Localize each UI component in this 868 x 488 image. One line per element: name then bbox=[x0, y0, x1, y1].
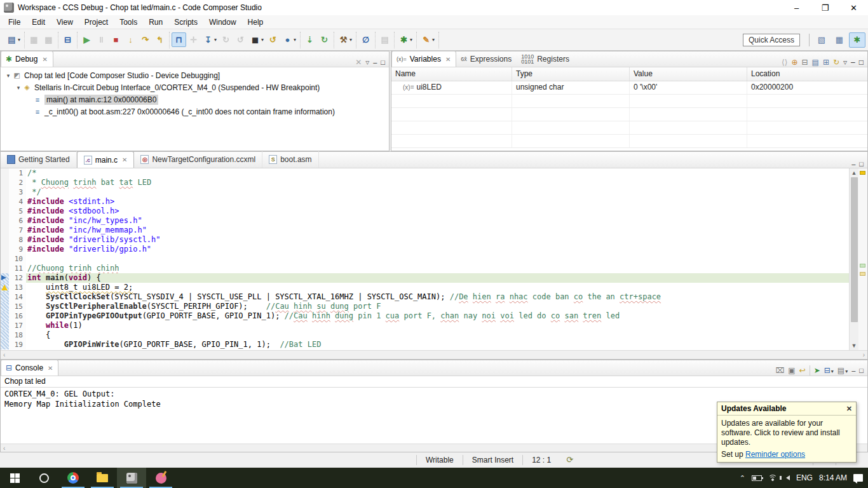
add-global-variables-icon[interactable]: ⊕ bbox=[791, 58, 797, 67]
source-lookup-button[interactable]: ✛ bbox=[186, 32, 201, 47]
close-icon[interactable]: ✕ bbox=[445, 56, 451, 63]
minimize-view-icon[interactable]: ‒ bbox=[851, 160, 855, 168]
dropdown-arrow-icon[interactable]: ▾ bbox=[214, 37, 217, 43]
new-button[interactable]: ▤▾ bbox=[4, 32, 22, 47]
suspend-button[interactable]: ‖ bbox=[94, 32, 109, 47]
tab-debug[interactable]: ✱ Debug ✕ bbox=[1, 51, 53, 67]
debug-tree-item[interactable]: ≡_c_int00() at boot.asm:227 0x00000646 (… bbox=[1, 105, 389, 118]
occurrence-overview-mark[interactable] bbox=[860, 264, 865, 268]
menu-edit[interactable]: Edit bbox=[26, 17, 51, 28]
close-window-button[interactable]: ✕ bbox=[839, 0, 868, 15]
menu-tools[interactable]: Tools bbox=[114, 17, 143, 28]
tab-console[interactable]: ⊟ Console ✕ bbox=[1, 360, 58, 376]
pin-console-icon[interactable]: ➤ bbox=[814, 366, 820, 375]
flash-button[interactable]: ◼▾ bbox=[248, 32, 266, 47]
search-button[interactable]: ∅ bbox=[358, 32, 373, 47]
menu-run[interactable]: Run bbox=[143, 17, 168, 28]
dropdown-arrow-icon[interactable]: ▾ bbox=[294, 37, 296, 43]
launch-button[interactable]: ✎▾ bbox=[419, 32, 437, 47]
scroll-right-icon[interactable]: › bbox=[863, 351, 865, 358]
status-update-cell[interactable]: ⟳ bbox=[560, 455, 580, 465]
pin-view-icon[interactable]: ⊞ bbox=[823, 58, 829, 67]
menu-window[interactable]: Window bbox=[203, 17, 242, 28]
step-into-button[interactable]: ↓ bbox=[123, 32, 138, 47]
action-center-icon[interactable] bbox=[853, 474, 863, 482]
asm-step-into-button[interactable]: ⇣ bbox=[302, 32, 317, 47]
scrollbar-thumb[interactable] bbox=[851, 177, 858, 322]
dropdown-arrow-icon[interactable]: ▾ bbox=[349, 37, 352, 43]
dropdown-arrow-icon[interactable]: ▾ bbox=[432, 37, 435, 43]
view-menu-icon[interactable]: ▿ bbox=[843, 58, 847, 67]
scroll-left-icon[interactable]: ‹ bbox=[3, 351, 5, 358]
volume-icon[interactable] bbox=[786, 475, 790, 480]
step-return-button[interactable]: ↰ bbox=[153, 32, 167, 47]
close-icon[interactable]: ✕ bbox=[48, 365, 53, 372]
close-icon[interactable]: ✕ bbox=[846, 405, 852, 413]
minimize-view-icon[interactable]: ‒ bbox=[851, 58, 855, 67]
scroll-up-icon[interactable]: ▲ bbox=[851, 168, 857, 177]
editor-horizontal-scrollbar[interactable]: ‹ › bbox=[1, 350, 867, 359]
tab-variables[interactable]: (x)=Variables✕ bbox=[391, 51, 456, 67]
minimize-window-button[interactable]: – bbox=[782, 0, 811, 15]
battery-icon[interactable] bbox=[752, 475, 762, 481]
column-header-name[interactable]: Name bbox=[391, 67, 512, 81]
scroll-left-icon[interactable]: ‹ bbox=[3, 445, 5, 452]
open-console-icon[interactable]: ▤▾ bbox=[837, 366, 848, 375]
collapse-all-icon[interactable]: ⊟ bbox=[802, 58, 808, 67]
dropdown-arrow-icon[interactable]: ▾ bbox=[261, 37, 264, 43]
close-icon[interactable]: ✕ bbox=[42, 56, 47, 63]
taskbar-ccs-button[interactable] bbox=[117, 468, 146, 488]
minimize-view-icon[interactable]: ‒ bbox=[851, 367, 855, 374]
menu-file[interactable]: File bbox=[3, 17, 26, 28]
step-over-button[interactable]: ↷ bbox=[138, 32, 153, 47]
show-type-names-icon[interactable]: ⟨⟩ bbox=[782, 58, 787, 67]
new-view-icon[interactable]: ▤ bbox=[812, 58, 819, 67]
debug-button[interactable]: ✱▾ bbox=[397, 32, 414, 47]
clear-console-icon[interactable]: ⌧ bbox=[775, 366, 784, 375]
clock[interactable]: 8:14 AM bbox=[819, 473, 847, 482]
remove-all-terminated-icon[interactable]: ✕ bbox=[355, 58, 362, 67]
open-perspective-button[interactable]: ▧ bbox=[813, 32, 830, 48]
view-menu-icon[interactable]: ▿ bbox=[365, 58, 369, 67]
tab-expressions[interactable]: 6x̂Expressions bbox=[456, 51, 517, 67]
cortana-button[interactable] bbox=[29, 468, 58, 488]
tray-expand-icon[interactable]: ⌃ bbox=[740, 474, 745, 482]
debug-tree-item[interactable]: ≡main() at main.c:12 0x000006B0 bbox=[1, 93, 389, 105]
minimize-view-icon[interactable]: ‒ bbox=[373, 58, 377, 66]
build-button[interactable]: ⚒▾ bbox=[336, 32, 354, 47]
save-all-button[interactable]: ▩ bbox=[41, 32, 56, 47]
maximize-view-icon[interactable]: □ bbox=[859, 367, 864, 374]
maximize-view-icon[interactable]: □ bbox=[859, 160, 864, 168]
tab-getting-started[interactable]: Getting Started bbox=[1, 151, 77, 168]
expander-icon[interactable]: ▾ bbox=[4, 72, 12, 79]
menu-view[interactable]: View bbox=[51, 17, 79, 28]
tab-registers[interactable]: 1010 0101Registers bbox=[517, 51, 574, 67]
column-header-type[interactable]: Type bbox=[512, 67, 630, 81]
menu-scripts[interactable]: Scripts bbox=[168, 17, 203, 28]
load-program-button[interactable]: ↧▾ bbox=[201, 32, 219, 47]
connect-target-button[interactable]: ⊓ bbox=[172, 32, 186, 47]
scroll-down-icon[interactable]: ▼ bbox=[851, 341, 857, 350]
warning-overview-mark[interactable] bbox=[860, 171, 865, 175]
column-header-value[interactable]: Value bbox=[630, 67, 747, 81]
warning-overview-mark[interactable] bbox=[860, 272, 865, 276]
maximize-view-icon[interactable]: □ bbox=[381, 58, 385, 66]
language-indicator[interactable]: ENG bbox=[796, 473, 813, 482]
start-button[interactable] bbox=[0, 468, 29, 488]
asm-step-over-button[interactable]: ↻ bbox=[317, 32, 332, 47]
tab-main-c[interactable]: .cmain.c✕ bbox=[77, 151, 135, 168]
taskbar-paint-button[interactable] bbox=[146, 468, 175, 488]
tab-newtargetconfiguration-ccxml[interactable]: ◎NewTargetConfiguration.ccxml bbox=[134, 151, 262, 168]
ccs-edit-perspective-button[interactable]: ▦ bbox=[831, 32, 848, 48]
code-editor[interactable]: 1/*2 * Chuong trinh bat tat LED3 */4#inc… bbox=[1, 168, 849, 350]
save-button[interactable]: ▦ bbox=[27, 32, 41, 47]
expander-icon[interactable]: ▾ bbox=[15, 85, 22, 91]
wifi-icon[interactable] bbox=[768, 475, 777, 481]
tab-boot-asm[interactable]: Sboot.asm bbox=[262, 151, 318, 168]
core-button[interactable]: ●▾ bbox=[280, 32, 298, 47]
debug-tree-item[interactable]: ▾◩Chop tat led [Code Composer Studio - D… bbox=[1, 69, 389, 81]
display-console-icon[interactable]: ⊟▾ bbox=[824, 366, 834, 375]
taskbar-chrome-button[interactable] bbox=[58, 468, 88, 488]
ccs-update-icon[interactable]: ⟳ bbox=[566, 455, 573, 464]
reminder-options-link[interactable]: Reminder options bbox=[745, 450, 805, 459]
